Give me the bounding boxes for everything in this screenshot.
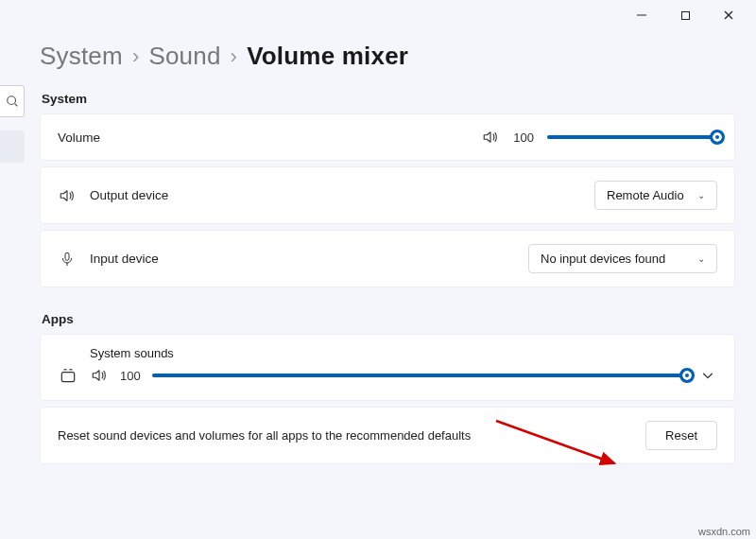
breadcrumb-sep-2: › — [231, 44, 238, 69]
chevron-down-icon: ⌄ — [697, 190, 705, 200]
breadcrumb: System › Sound › Volume mixer — [40, 42, 735, 71]
close-button[interactable] — [714, 2, 743, 28]
output-device-card: Output device Remote Audio ⌄ — [40, 166, 735, 224]
chevron-down-icon — [701, 369, 714, 382]
settings-window: System › Sound › Volume mixer System Vol… — [0, 0, 756, 539]
input-device-card: Input device No input devices found ⌄ — [40, 230, 735, 287]
speaker-icon — [481, 128, 500, 147]
search-input-fragment[interactable] — [0, 85, 25, 117]
window-titlebar — [0, 0, 756, 30]
volume-value: 100 — [513, 130, 534, 145]
output-device-label: Output device — [90, 188, 168, 202]
maximize-button[interactable] — [671, 2, 699, 28]
input-device-label: Input device — [90, 252, 159, 266]
system-sounds-slider[interactable] — [152, 367, 687, 384]
watermark: wsxdn.com — [698, 526, 750, 537]
system-sounds-app-icon — [58, 366, 78, 385]
microphone-icon — [58, 250, 77, 269]
output-device-dropdown[interactable]: Remote Audio ⌄ — [594, 181, 717, 210]
svg-line-5 — [14, 104, 17, 107]
main-content: System › Sound › Volume mixer System Vol… — [40, 42, 735, 470]
system-sounds-card: System sounds 100 — [40, 334, 735, 401]
breadcrumb-system[interactable]: System — [40, 42, 123, 71]
section-label-system: System — [42, 92, 735, 106]
reset-description: Reset sound devices and volumes for all … — [58, 428, 471, 443]
svg-point-4 — [7, 96, 15, 105]
speaker-icon — [90, 366, 109, 385]
search-icon — [6, 95, 19, 108]
reset-button[interactable]: Reset — [645, 421, 717, 450]
input-device-dropdown[interactable]: No input devices found ⌄ — [528, 244, 717, 273]
input-device-selected: No input devices found — [541, 252, 665, 266]
expand-system-sounds[interactable] — [698, 369, 717, 382]
breadcrumb-sep-1: › — [132, 44, 140, 69]
speaker-icon — [58, 186, 77, 205]
volume-label: Volume — [58, 130, 100, 145]
minimize-button[interactable] — [627, 2, 656, 28]
system-volume-slider[interactable] — [547, 129, 717, 146]
section-label-apps: Apps — [42, 312, 735, 326]
svg-rect-7 — [61, 373, 74, 382]
nav-item-selected-fragment[interactable] — [0, 130, 25, 163]
page-title: Volume mixer — [247, 42, 408, 71]
reset-card: Reset sound devices and volumes for all … — [40, 407, 735, 464]
svg-rect-1 — [681, 11, 689, 19]
output-device-selected: Remote Audio — [607, 188, 684, 202]
system-volume-card: Volume 100 — [40, 113, 735, 161]
breadcrumb-sound[interactable]: Sound — [148, 42, 220, 71]
svg-rect-6 — [65, 252, 69, 260]
system-sounds-label: System sounds — [58, 346, 717, 360]
chevron-down-icon: ⌄ — [697, 253, 705, 264]
left-nav-fragment — [0, 85, 25, 163]
system-sounds-value: 100 — [120, 369, 141, 383]
